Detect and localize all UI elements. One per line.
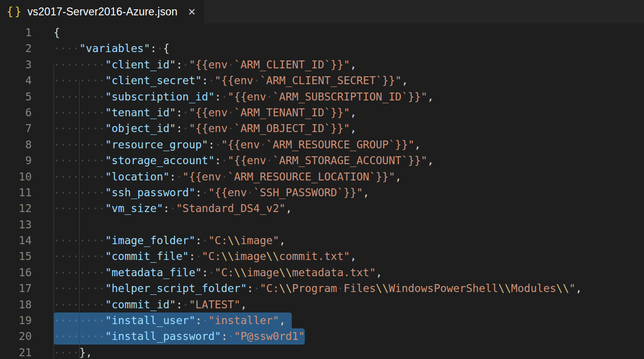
whitespace-dot: · (73, 186, 80, 199)
whitespace-dot: · (182, 106, 189, 119)
code-line[interactable]: 11········"ssh_password":·"{{env·`SSH_PA… (0, 185, 644, 200)
tab-title: vs2017-Server2016-Azure.json (27, 6, 178, 18)
code-content[interactable]: ········"client_secret":·"{{env·`ARM_CLI… (32, 73, 408, 88)
whitespace-dot: · (54, 154, 60, 166)
line-number[interactable]: 14 (0, 233, 32, 248)
code-line[interactable]: 19········"install_user":·"installer", (0, 312, 644, 328)
line-number[interactable]: 20 (0, 328, 32, 344)
whitespace-dot: · (54, 250, 60, 262)
code-content[interactable]: ····}, (32, 345, 92, 359)
whitespace-dot: · (182, 59, 189, 71)
whitespace-dot: · (86, 234, 92, 246)
code-content[interactable]: ········"commit_file":·"C:\\image\\commi… (32, 248, 356, 264)
close-tab-icon[interactable]: ✕ (188, 7, 196, 17)
line-number[interactable]: 3 (0, 57, 32, 73)
whitespace-dot: · (79, 282, 86, 294)
line-number[interactable]: 12 (0, 200, 32, 216)
whitespace-dot: · (99, 74, 105, 86)
code-content[interactable]: { (32, 25, 60, 40)
code-line[interactable]: 20········"install_password":·"P@ssw0rd1… (0, 328, 644, 344)
code-content[interactable]: ········"resource_group":·"{{env·`ARM_RE… (32, 137, 421, 153)
code-line[interactable]: 15········"commit_file":·"C:\\image\\com… (0, 248, 644, 264)
code-content[interactable] (32, 217, 54, 233)
whitespace-dot: · (79, 106, 86, 119)
code-line[interactable]: 2····"variables":·{ (0, 40, 644, 56)
whitespace-dot: · (73, 314, 80, 326)
line-number[interactable]: 16 (0, 265, 32, 280)
line-number[interactable]: 13 (0, 217, 32, 233)
code-line[interactable]: 16········"metadata_file":·"C:\\image\\m… (0, 265, 644, 280)
line-number[interactable]: 8 (0, 137, 32, 153)
line-number[interactable]: 2 (0, 40, 32, 56)
whitespace-dot: · (86, 91, 92, 103)
code-line[interactable]: 17········"helper_script_folder":·"C:\\P… (0, 280, 644, 296)
whitespace-dot: · (73, 122, 80, 134)
whitespace-dot: · (86, 154, 92, 166)
whitespace-dot: · (73, 59, 80, 71)
code-line[interactable]: 13 (0, 217, 644, 233)
whitespace-dot: · (60, 266, 67, 279)
whitespace-dot: · (67, 106, 73, 119)
whitespace-dot: · (99, 122, 105, 134)
line-number[interactable]: 11 (0, 185, 32, 200)
code-content[interactable]: ········"client_id":·"{{env·`ARM_CLIENT_… (32, 57, 356, 73)
code-content[interactable]: ········"object_id":·"{{env·`ARM_OBJECT_… (32, 120, 356, 136)
line-number[interactable]: 15 (0, 248, 32, 264)
code-line[interactable]: 10········"location":·"{{env·`ARM_RESOUR… (0, 169, 644, 185)
line-number[interactable]: 17 (0, 280, 32, 296)
whitespace-dot: · (60, 299, 67, 311)
code-line[interactable]: 6········"tenant_id":·"{{env·`ARM_TENANT… (0, 105, 644, 120)
code-line[interactable]: 4········"client_secret":·"{{env·`ARM_CL… (0, 73, 644, 88)
code-line[interactable]: 8········"resource_group":·"{{env·`ARM_R… (0, 137, 644, 153)
code-line[interactable]: 21····}, (0, 345, 644, 359)
whitespace-dot: · (73, 91, 80, 103)
whitespace-dot: · (67, 154, 73, 166)
line-number[interactable]: 9 (0, 153, 32, 168)
line-number[interactable]: 4 (0, 73, 32, 88)
line-number[interactable]: 1 (0, 25, 32, 40)
code-editor[interactable]: 1{2····"variables":·{3········"client_id… (0, 23, 644, 359)
code-line[interactable]: 18········"commit_id":·"LATEST", (0, 297, 644, 312)
line-number[interactable]: 21 (0, 345, 32, 359)
whitespace-dot: · (67, 330, 73, 342)
code-line[interactable]: 3········"client_id":·"{{env·`ARM_CLIENT… (0, 57, 644, 73)
code-content[interactable]: ········"helper_script_folder":·"C:\\Pro… (32, 280, 582, 296)
code-content[interactable]: ····"variables":·{ (32, 40, 169, 56)
code-content[interactable]: ········"subscription_id":·"{{env·`ARM_S… (32, 89, 434, 105)
whitespace-dot: · (79, 266, 86, 279)
whitespace-dot: · (73, 250, 80, 262)
whitespace-dot: · (99, 186, 105, 199)
code-line[interactable]: 7········"object_id":·"{{env·`ARM_OBJECT… (0, 120, 644, 136)
code-line[interactable]: 9········"storage_account":·"{{env·`ARM_… (0, 153, 644, 168)
code-line[interactable]: 12········"vm_size":·"Standard_DS4_v2", (0, 200, 644, 216)
whitespace-dot: · (73, 330, 80, 342)
line-number[interactable]: 7 (0, 120, 32, 136)
code-content[interactable]: ········"install_user":·"installer", (32, 312, 286, 328)
line-number[interactable]: 6 (0, 105, 32, 120)
code-content[interactable]: ········"commit_id":·"LATEST", (32, 297, 247, 312)
whitespace-dot: · (54, 299, 60, 311)
whitespace-dot: · (79, 250, 86, 262)
line-number[interactable]: 5 (0, 89, 32, 105)
whitespace-dot: · (79, 154, 86, 166)
whitespace-dot: · (67, 122, 73, 134)
code-content[interactable]: ········"storage_account":·"{{env·`ARM_S… (32, 153, 434, 168)
code-content[interactable]: ········"ssh_password":·"{{env·`SSH_PASS… (32, 185, 369, 200)
code-line[interactable]: 14········"image_folder":·"C:\\image", (0, 233, 644, 248)
line-number[interactable]: 10 (0, 169, 32, 185)
whitespace-dot: · (54, 171, 60, 183)
code-content[interactable]: ········"install_password":·"P@ssw0rd1" (32, 328, 305, 344)
code-content[interactable]: ········"tenant_id":·"{{env·`ARM_TENANT_… (32, 105, 356, 120)
code-content[interactable]: ········"location":·"{{env·`ARM_RESOURCE… (32, 169, 402, 185)
code-content[interactable]: ········"metadata_file":·"C:\\image\\met… (32, 265, 382, 280)
whitespace-dot: · (92, 202, 99, 214)
code-content[interactable]: ········"image_folder":·"C:\\image", (32, 233, 286, 248)
line-number[interactable]: 19 (0, 312, 32, 328)
code-line[interactable]: 1{ (0, 25, 644, 40)
code-line[interactable]: 5········"subscription_id":·"{{env·`ARM_… (0, 89, 644, 105)
whitespace-dot: · (208, 266, 215, 279)
code-content[interactable]: ········"vm_size":·"Standard_DS4_v2", (32, 200, 292, 216)
tab-vs2017-server2016-azure[interactable]: {} vs2017-Server2016-Azure.json ✕ (0, 0, 204, 23)
whitespace-dot: · (79, 299, 86, 311)
line-number[interactable]: 18 (0, 297, 32, 312)
